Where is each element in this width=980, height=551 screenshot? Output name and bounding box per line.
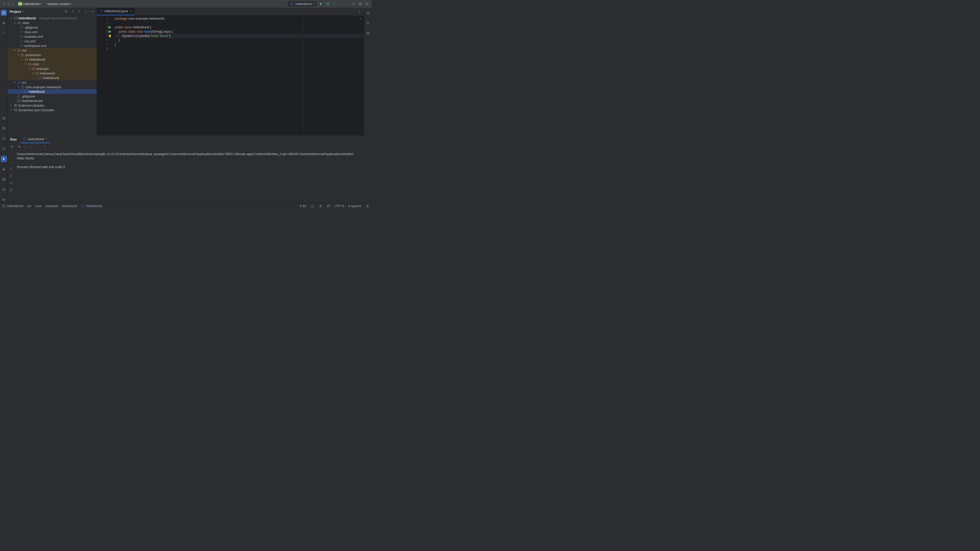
run-config-selector[interactable]: HelloWorld ▾ xyxy=(288,1,317,6)
tree-item-folder[interactable]: ▾.idea xyxy=(8,21,97,25)
breadcrumb-item[interactable]: HelloWorld xyxy=(7,204,23,208)
project-dropdown[interactable]: HW HelloWorld ▾ xyxy=(17,1,43,7)
notifications-tool-button[interactable] xyxy=(365,10,371,16)
up-button[interactable]: ↑ xyxy=(9,152,13,156)
more-actions-button[interactable] xyxy=(332,2,336,6)
folder-icon xyxy=(18,21,21,24)
more-tool-button[interactable] xyxy=(1,30,7,36)
breadcrumb-item[interactable]: example xyxy=(45,204,58,208)
tree-item-file[interactable]: workspace.xml xyxy=(8,43,97,48)
run-tab[interactable]: HelloWorld × xyxy=(20,135,50,143)
close-tab-button[interactable]: × xyxy=(130,10,132,13)
expand-all-button[interactable] xyxy=(71,10,75,14)
rerun-button[interactable] xyxy=(10,144,14,149)
caret-position[interactable]: 5:40 xyxy=(300,204,306,208)
scroll-to-end-button[interactable] xyxy=(9,174,13,178)
stop-button[interactable] xyxy=(18,144,21,149)
select-opened-file-button[interactable] xyxy=(64,10,68,14)
clear-button[interactable] xyxy=(9,188,13,192)
services-tool-button[interactable] xyxy=(1,135,7,141)
down-button[interactable]: ↓ xyxy=(9,159,13,164)
soft-wrap-button[interactable] xyxy=(9,167,13,171)
find-tool-button[interactable] xyxy=(1,125,7,131)
run-config-label: HelloWorld xyxy=(296,2,312,6)
tree-item-scratches[interactable]: ▸Scratches and Consoles xyxy=(8,108,97,112)
tree-item-folder[interactable]: ▾HelloWorld xyxy=(8,57,97,62)
profiler-tool-button[interactable] xyxy=(1,146,7,152)
breadcrumbs[interactable]: HelloWorld› src› com› example› helloworl… xyxy=(2,204,102,208)
folder-icon xyxy=(21,53,24,57)
vcs-tool-button[interactable] xyxy=(1,197,7,203)
panel-options-button[interactable] xyxy=(84,10,88,14)
tree-item-class[interactable]: HelloWorld xyxy=(8,89,97,94)
tree-item-class[interactable]: HelloWorld xyxy=(8,76,97,80)
build-tool-button[interactable] xyxy=(1,166,7,172)
inspection-ok-icon[interactable]: ✓ xyxy=(359,16,362,21)
tree-item-folder[interactable]: ▾production xyxy=(8,52,97,57)
chevron-down-icon[interactable]: ▾ xyxy=(22,10,24,13)
tree-item-file[interactable]: .gitignore xyxy=(8,94,97,98)
tree-item-folder[interactable]: ▾helloworld xyxy=(8,71,97,76)
power-save-icon[interactable] xyxy=(310,204,314,208)
gutter: 1 2 3 4 5💡 6 7 8 xyxy=(97,15,110,135)
indent-status[interactable]: 4 spaces xyxy=(348,204,361,208)
hide-panel-button[interactable] xyxy=(91,10,95,14)
code-editor[interactable]: 1 2 3 4 5💡 6 7 8 ✓ package com.example.h… xyxy=(97,15,364,135)
close-tab-button[interactable]: × xyxy=(46,137,48,141)
tree-item-file[interactable]: modules.xml xyxy=(8,34,97,39)
breadcrumb-item[interactable]: HelloWorld xyxy=(86,204,102,208)
window-controls[interactable] xyxy=(3,3,14,5)
terminal-tool-button[interactable] xyxy=(1,176,7,183)
svg-point-10 xyxy=(4,23,5,24)
run-tab-label: HelloWorld xyxy=(28,137,44,141)
tabs-more-button[interactable]: ⋮ xyxy=(355,10,364,13)
dump-threads-button[interactable] xyxy=(28,144,32,149)
breadcrumb-item[interactable]: helloworld xyxy=(62,204,77,208)
tree-item-file[interactable]: misc.xml xyxy=(8,30,97,34)
chevron-down-icon: ▾ xyxy=(313,3,314,5)
lock-icon[interactable] xyxy=(366,204,369,208)
code-with-me-button[interactable] xyxy=(352,2,356,6)
project-tool-button[interactable] xyxy=(1,10,7,16)
line-number: 6 xyxy=(97,38,108,42)
vcs-dropdown[interactable]: Version control ▾ xyxy=(46,1,73,7)
tree-item-file[interactable]: vcs.xml xyxy=(8,39,97,43)
run-button[interactable] xyxy=(319,2,323,6)
database-tool-button[interactable] xyxy=(365,30,371,36)
code-body[interactable]: ✓ package com.example.helloworld; public… xyxy=(110,15,364,135)
ai-assistant-button[interactable] xyxy=(365,20,371,26)
problems-tool-button[interactable] xyxy=(1,186,7,192)
tree-item-external-libs[interactable]: ▸External Libraries xyxy=(8,103,97,108)
line-separator[interactable]: LF xyxy=(327,204,331,208)
tree-item-root[interactable]: ▾HelloWorld~/IdeaProjects/HelloWorld xyxy=(8,16,97,21)
debug-button[interactable] xyxy=(326,2,330,6)
collapse-all-button[interactable] xyxy=(77,10,81,14)
breadcrumb-item[interactable]: com xyxy=(35,204,42,208)
search-button[interactable] xyxy=(358,2,363,6)
run-tool-button[interactable] xyxy=(1,156,7,162)
scratches-icon xyxy=(14,108,18,112)
settings-button[interactable] xyxy=(365,2,369,6)
run-more-button[interactable] xyxy=(43,144,47,149)
readonly-toggle[interactable] xyxy=(318,204,323,208)
svg-point-0 xyxy=(291,3,293,5)
ai-tool-button[interactable] xyxy=(1,115,7,121)
tree-item-folder[interactable]: ▾out xyxy=(8,48,97,52)
svg-point-43 xyxy=(81,205,84,207)
tree-item-folder[interactable]: ▾example xyxy=(8,66,97,71)
tree-item-package[interactable]: ▾com.example.helloworld xyxy=(8,85,97,89)
structure-tool-button[interactable] xyxy=(1,20,7,26)
console-output[interactable]: /Users/helenscott/Library/Java/JavaVirtu… xyxy=(15,150,364,203)
tree-item-file[interactable]: .gitignore xyxy=(8,25,97,30)
tree-item-folder[interactable]: ▾src xyxy=(8,80,97,85)
svg-point-38 xyxy=(45,146,45,147)
tree-item-file[interactable]: HelloWorld.iml xyxy=(8,98,97,103)
editor-tab[interactable]: HelloWorld.java × xyxy=(97,8,135,15)
breadcrumb-item[interactable]: src xyxy=(27,204,32,208)
file-encoding[interactable]: UTF-8 xyxy=(334,204,344,208)
exit-button[interactable] xyxy=(35,144,40,149)
svg-rect-44 xyxy=(320,206,321,207)
tree-item-folder[interactable]: ▾com xyxy=(8,62,97,66)
svg-rect-26 xyxy=(14,17,17,19)
print-button[interactable] xyxy=(9,181,13,185)
